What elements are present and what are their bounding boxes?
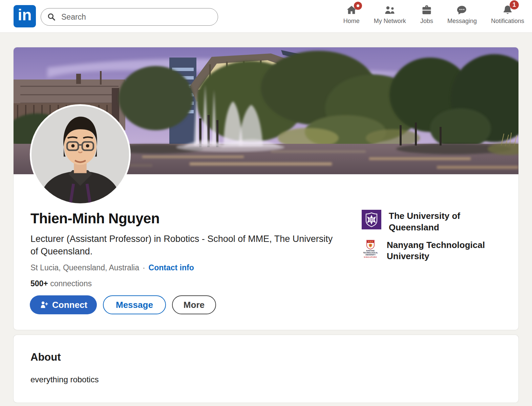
my-network-icon xyxy=(384,4,396,16)
nav-item-notifications[interactable]: 1 Notifications xyxy=(484,2,531,25)
connections-count: 500+ xyxy=(30,279,48,288)
about-card: About everything robotics xyxy=(14,335,518,403)
search-box[interactable] xyxy=(41,8,218,26)
linkedin-logo[interactable]: in xyxy=(14,5,36,27)
connect-button-label: Connect xyxy=(52,300,87,310)
contact-info-link[interactable]: Contact info xyxy=(149,263,194,272)
nav-item-jobs[interactable]: Jobs xyxy=(413,2,440,25)
location-row: St Lucia, Queensland, Australia · Contac… xyxy=(30,263,194,272)
ntu-logo: NANYANG TECHNOLOGICAL UNIVERSITY SINGAPO… xyxy=(362,239,379,261)
notifications-badge: 1 xyxy=(510,0,519,9)
organization-ntu[interactable]: NANYANG TECHNOLOGICAL UNIVERSITY SINGAPO… xyxy=(362,239,501,263)
profile-name: Thien-Minh Nguyen xyxy=(30,210,159,227)
ntu-logo-caption: NANYANG TECHNOLOGICAL UNIVERSITY xyxy=(362,250,379,256)
connections-label: connections xyxy=(48,279,92,288)
profile-headline: Lecturer (Assistant Professor) in Roboti… xyxy=(30,233,335,258)
about-section-title: About xyxy=(30,351,61,363)
profile-card: Thien-Minh Nguyen Lecturer (Assistant Pr… xyxy=(14,47,518,330)
about-section-text: everything robotics xyxy=(30,375,99,384)
organization-uq[interactable]: The University of Queensland xyxy=(362,210,501,233)
profile-location: St Lucia, Queensland, Australia xyxy=(30,263,139,272)
nav-items: Home My Network Jobs xyxy=(336,2,531,25)
nav-item-my-network[interactable]: My Network xyxy=(367,2,413,25)
action-buttons: Connect Message More xyxy=(30,295,216,314)
connections-link[interactable]: 500+ connections xyxy=(30,279,92,288)
top-navigation-bar: in Home xyxy=(0,0,532,33)
ntu-logo-subcaption: SINGAPORE xyxy=(364,256,377,258)
nav-item-label: Home xyxy=(343,18,360,25)
person-add-icon xyxy=(39,300,49,310)
nav-item-home[interactable]: Home xyxy=(336,2,367,25)
more-button[interactable]: More xyxy=(172,295,216,314)
nav-item-label: Messaging xyxy=(447,18,477,25)
organization-name: Nanyang Technological University xyxy=(387,239,498,263)
nav-item-label: My Network xyxy=(374,18,406,25)
jobs-icon xyxy=(421,4,432,16)
nav-item-messaging[interactable]: Messaging xyxy=(440,2,484,25)
nav-item-label: Jobs xyxy=(420,18,433,25)
separator-dot: · xyxy=(143,263,145,272)
message-button[interactable]: Message xyxy=(103,295,166,314)
home-notification-dot xyxy=(354,2,362,10)
search-input[interactable] xyxy=(61,13,212,22)
organizations-list: The University of Queensland NANYANG TEC… xyxy=(362,210,501,262)
messaging-icon xyxy=(456,4,468,16)
nav-item-label: Notifications xyxy=(491,18,524,25)
uq-logo xyxy=(362,210,381,229)
search-icon xyxy=(47,13,56,21)
organization-name: The University of Queensland xyxy=(389,210,501,233)
profile-photo[interactable] xyxy=(30,104,131,205)
connect-button[interactable]: Connect xyxy=(30,295,97,314)
